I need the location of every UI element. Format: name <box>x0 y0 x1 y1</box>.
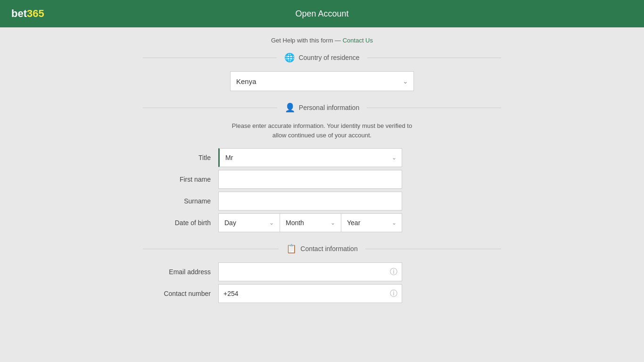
firstname-row: First name <box>143 170 501 189</box>
contact-section-title: Contact information <box>300 245 357 253</box>
dob-day-wrapper: Day 12345 678910 1112131415 1617181920 2… <box>218 213 280 232</box>
title-row: Title Mr Mrs Miss Ms Dr ⌄ <box>143 148 501 167</box>
email-input[interactable] <box>218 262 402 281</box>
email-control: ⓘ <box>218 262 402 281</box>
country-section-label: 🌐 Country of residence <box>277 52 367 63</box>
dob-month-wrapper: Month JanuaryFebruaryMarchApril MayJuneJ… <box>280 213 341 232</box>
phone-prefix: +254 <box>218 284 247 303</box>
country-section-title: Country of residence <box>298 54 359 61</box>
country-section-header: 🌐 Country of residence <box>143 52 501 63</box>
main-content: Get Help with this form — Contact Us 🌐 C… <box>0 27 644 325</box>
section-line-left2 <box>143 108 277 108</box>
personal-notice: Please enter accurate information. Your … <box>230 121 414 140</box>
form-container: Get Help with this form — Contact Us 🌐 C… <box>133 37 511 303</box>
country-select-wrapper: Kenya Uganda Tanzania Nigeria South Afri… <box>230 71 414 91</box>
title-label: Title <box>143 154 218 161</box>
phone-control: +254 ⓘ <box>218 284 402 303</box>
surname-control <box>218 192 402 210</box>
email-row: Email address ⓘ <box>143 262 501 281</box>
dob-day-select[interactable]: Day 12345 678910 1112131415 1617181920 2… <box>218 213 280 232</box>
dob-selects: Day 12345 678910 1112131415 1617181920 2… <box>218 213 402 232</box>
phone-label: Contact number <box>143 290 218 297</box>
help-text: Get Help with this form — Contact Us <box>143 37 501 44</box>
dob-label: Date of birth <box>143 219 218 227</box>
title-select-wrapper: Mr Mrs Miss Ms Dr ⌄ <box>218 148 402 167</box>
contact-icon: 📋 <box>286 244 297 254</box>
phone-row: Contact number +254 ⓘ <box>143 284 501 303</box>
phone-input-wrapper: ⓘ <box>247 284 402 303</box>
logo-bet: bet <box>11 8 27 20</box>
dob-year-select[interactable]: Year 20052004200320022001 20001999199819… <box>341 213 402 232</box>
country-row: Kenya Uganda Tanzania Nigeria South Afri… <box>143 71 501 91</box>
logo: bet365 <box>11 8 44 20</box>
phone-info-icon[interactable]: ⓘ <box>390 289 397 299</box>
section-line-right <box>367 58 501 58</box>
personal-section-label: 👤 Personal information <box>277 102 367 113</box>
dob-row: Date of birth Day 12345 678910 111213141… <box>143 213 501 232</box>
contact-section-label: 📋 Contact information <box>279 244 365 254</box>
dob-year-wrapper: Year 20052004200320022001 20001999199819… <box>341 213 402 232</box>
contact-section-header: 📋 Contact information <box>143 244 501 254</box>
contact-us-link[interactable]: Contact Us <box>343 37 373 44</box>
section-line-left3 <box>143 249 279 249</box>
header: bet365 Open Account <box>0 0 644 27</box>
firstname-control <box>218 170 402 189</box>
section-line-left <box>143 58 277 58</box>
personal-section-header: 👤 Personal information <box>143 102 501 113</box>
email-info-icon[interactable]: ⓘ <box>390 267 397 277</box>
help-text-label: Get Help with this form — <box>271 37 341 44</box>
globe-icon: 🌐 <box>284 52 295 63</box>
country-select[interactable]: Kenya Uganda Tanzania Nigeria South Afri… <box>230 71 414 91</box>
section-line-right2 <box>367 108 501 108</box>
dob-month-select[interactable]: Month JanuaryFebruaryMarchApril MayJuneJ… <box>280 213 341 232</box>
person-icon: 👤 <box>285 102 295 113</box>
firstname-label: First name <box>143 176 218 183</box>
title-control: Mr Mrs Miss Ms Dr ⌄ <box>218 148 402 167</box>
section-line-right3 <box>365 249 501 249</box>
personal-section-title: Personal information <box>299 104 359 111</box>
phone-input[interactable] <box>247 284 402 303</box>
surname-row: Surname <box>143 192 501 210</box>
page-title: Open Account <box>295 9 348 19</box>
surname-label: Surname <box>143 197 218 205</box>
email-label: Email address <box>143 268 218 276</box>
surname-input[interactable] <box>218 192 402 210</box>
firstname-input[interactable] <box>218 170 402 189</box>
title-select[interactable]: Mr Mrs Miss Ms Dr <box>218 148 402 167</box>
logo-365: 365 <box>27 8 44 20</box>
